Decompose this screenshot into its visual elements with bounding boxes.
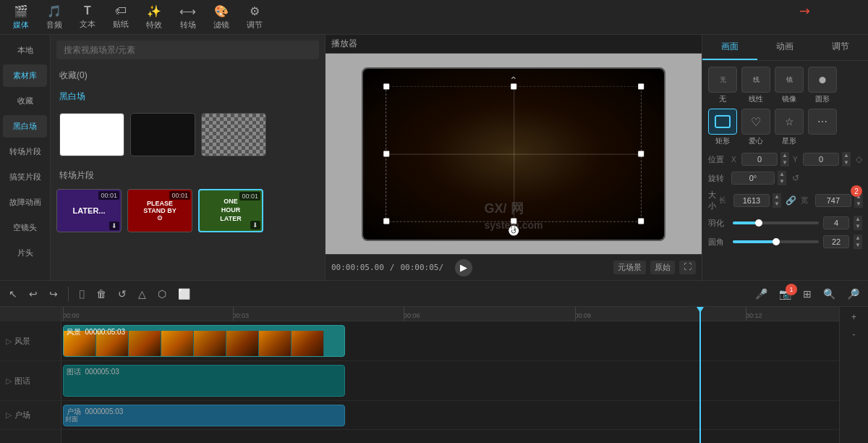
sidebar-item-comedy[interactable]: 搞笑片段 xyxy=(3,166,47,188)
sticker-hourlater-text: ONEHOURLATER xyxy=(220,198,241,223)
frame8 xyxy=(292,331,324,357)
mask-linear[interactable]: 线 线性 xyxy=(741,67,770,104)
tl-btn5[interactable]: ↺ xyxy=(115,287,129,301)
track-label-video-text: 风景 xyxy=(14,336,30,347)
collect-header[interactable]: 收藏(0) xyxy=(51,65,325,86)
handle-tr[interactable] xyxy=(638,83,644,89)
position-link-icon: ◇ xyxy=(856,154,862,164)
sidebar-item-transition-seg[interactable]: 转场片段 xyxy=(3,140,47,163)
rotation-input[interactable] xyxy=(731,172,775,185)
rotation-reset-icon[interactable]: ↺ xyxy=(792,173,799,183)
shape-more[interactable]: ⋯ xyxy=(808,109,837,146)
sidebar-item-glitch[interactable]: 故障动画 xyxy=(3,191,47,214)
feather-thumb xyxy=(755,219,762,227)
preview-fullscreen-btn[interactable]: ⛶ xyxy=(679,261,696,274)
toolbar-adjust[interactable]: ⚙ 调节 xyxy=(239,1,270,33)
sidebar-item-collect[interactable]: 收藏 xyxy=(3,90,47,112)
playhead[interactable] xyxy=(699,307,701,443)
y-stepper[interactable]: ▲▼ xyxy=(842,152,851,166)
handle-ml[interactable] xyxy=(383,151,389,156)
handle-br[interactable] xyxy=(638,219,644,224)
tl-btn8[interactable]: ⬜ xyxy=(175,287,193,301)
undo-btn[interactable]: ↩ xyxy=(26,287,41,301)
rotation-stepper[interactable]: ▲▼ xyxy=(778,171,786,185)
thumb-black[interactable] xyxy=(130,113,195,156)
search-input[interactable] xyxy=(56,41,319,59)
merge-icon[interactable]: ⊞ xyxy=(800,287,814,301)
w-input[interactable] xyxy=(733,194,770,207)
clip-label-audio: 图话 000005:03 xyxy=(67,367,119,377)
audio-track-row: 图话 000005:03 xyxy=(61,361,839,401)
transition-seg-label: 转场片段 xyxy=(59,169,94,182)
shape-heart[interactable]: ♡ 爱心 xyxy=(741,109,770,146)
toolbar-effects[interactable]: ✨ 特效 xyxy=(139,1,169,33)
video-clip[interactable]: 风景 00000:05:03 xyxy=(63,325,345,357)
tab-screen[interactable]: 画面 xyxy=(702,35,757,60)
toolbar-media[interactable]: 🎬 媒体 xyxy=(6,1,36,33)
y-input[interactable] xyxy=(803,153,839,166)
thumb-checker[interactable] xyxy=(201,113,266,156)
handle-tl[interactable] xyxy=(383,83,389,89)
audio-clip[interactable]: 图话 000005:03 xyxy=(63,365,345,397)
thumb-white[interactable] xyxy=(59,113,124,156)
toolbar-filter[interactable]: 🎨 滤镜 xyxy=(206,1,237,33)
toolbar-audio[interactable]: 🎵 音频 xyxy=(39,1,69,33)
black-field-header[interactable]: 黑白场 xyxy=(51,86,325,107)
sidebar-item-blackfield[interactable]: 黑白场 xyxy=(3,115,47,138)
mask-mirror[interactable]: 镜 镜像 xyxy=(775,67,804,104)
mask-shape[interactable]: ⬤ 圆形 xyxy=(808,67,837,104)
redo-btn[interactable]: ↪ xyxy=(46,287,61,301)
toolbar-sticker[interactable]: 🏷 贴纸 xyxy=(106,1,136,33)
shape-star[interactable]: ☆ 星形 xyxy=(775,109,804,146)
sidebar-item-material[interactable]: 素材库 xyxy=(3,64,47,87)
mask-none[interactable]: 无 无 xyxy=(708,67,737,104)
w-stepper[interactable]: ▲▼ xyxy=(773,193,781,208)
mask-shape-label: 圆形 xyxy=(815,94,830,104)
audio-icon: 🎵 xyxy=(47,4,61,18)
sidebar-item-local[interactable]: 本地 xyxy=(3,39,47,62)
tl-btn7[interactable]: ⬡ xyxy=(155,287,169,301)
x-stepper[interactable]: ▲▼ xyxy=(780,152,789,166)
left-sidebar: 本地 素材库 收藏 黑白场 转场片段 搞笑片段 故障动画 空镜头 片头 xyxy=(0,35,51,280)
cover-tag: 封面 xyxy=(65,415,78,424)
tl-right-btn1[interactable]: + xyxy=(849,310,859,324)
split-btn[interactable]: ⌷ xyxy=(76,287,88,301)
toolbar-transition[interactable]: ⟷ 转场 xyxy=(172,1,203,33)
shape-rect[interactable]: 矩形 xyxy=(708,109,737,146)
sidebar-item-head[interactable]: 片头 xyxy=(3,242,47,264)
mic-icon[interactable]: 🎤 xyxy=(752,287,770,301)
position-row: 位置 X ▲▼ Y ▲▼ ◇ xyxy=(708,152,862,166)
cursor-tool[interactable]: ↖ xyxy=(6,287,20,301)
camera-icon[interactable]: 📷 1 xyxy=(776,287,794,301)
h-input[interactable] xyxy=(815,194,851,207)
delete-btn[interactable]: 🗑 xyxy=(93,287,109,301)
feather-stepper[interactable]: ▲▼ xyxy=(854,216,862,230)
preview-original2-btn[interactable]: 原始 xyxy=(650,261,675,274)
tl-right-btn2[interactable]: - xyxy=(851,327,858,342)
roundness-stepper[interactable]: ▲▼ xyxy=(854,235,862,249)
zoom-out-icon[interactable]: 🔍 xyxy=(820,287,838,301)
feather-track[interactable] xyxy=(733,222,819,224)
sticker-later[interactable]: LATER... 00:01 ⬇ xyxy=(56,189,122,232)
roundness-fill xyxy=(733,240,776,243)
tl-btn6[interactable]: △ xyxy=(135,287,149,301)
tab-adjust[interactable]: 调节 xyxy=(813,35,868,60)
handle-bl[interactable] xyxy=(383,219,389,224)
zoom-in-icon[interactable]: 🔎 xyxy=(844,287,862,301)
cover-clip[interactable]: 户场 0000005:03 封面 xyxy=(63,405,345,426)
toolbar-text[interactable]: T 文本 xyxy=(72,1,103,33)
ruler-9: 00:09 xyxy=(575,312,592,319)
sticker-standby[interactable]: PLEASESTAND BY⊙ 00:01 xyxy=(127,189,192,232)
roundness-track[interactable] xyxy=(733,240,819,243)
preview-header: 播放器 xyxy=(326,35,702,54)
roundness-value[interactable] xyxy=(823,235,849,248)
tab-animation[interactable]: 动画 xyxy=(757,35,812,60)
play-button[interactable]: ▶ xyxy=(455,259,472,277)
transition-seg-header[interactable]: 转场片段 xyxy=(51,165,325,186)
x-input[interactable] xyxy=(741,153,778,166)
handle-mr[interactable] xyxy=(638,151,644,156)
preview-original-btn[interactable]: 元场景 xyxy=(613,261,646,274)
sticker-hourlater[interactable]: ONEHOURLATER 00:01 ⬇ xyxy=(198,189,263,232)
sidebar-item-blank[interactable]: 空镜头 xyxy=(3,216,47,239)
feather-value[interactable] xyxy=(823,216,849,229)
